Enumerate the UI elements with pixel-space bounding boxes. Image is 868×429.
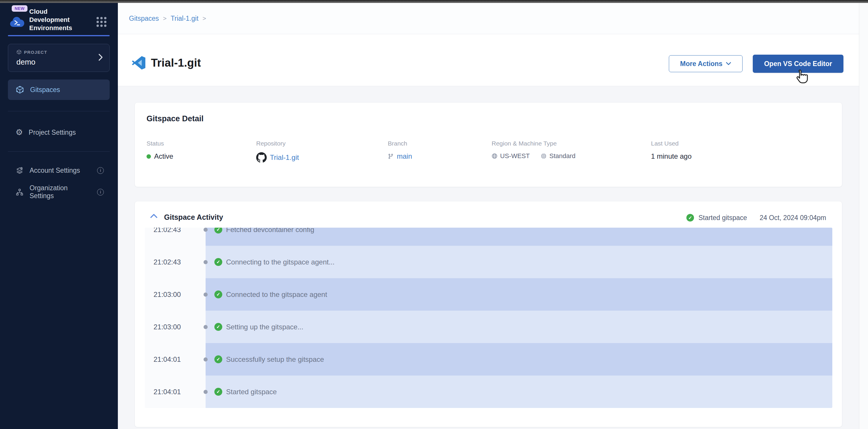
success-check-icon: ✓ (686, 214, 694, 222)
gitspace-activity-card: Gitspace Activity ✓ Started gitspace 24 … (134, 201, 842, 427)
last-used-value: 1 minute ago (651, 152, 692, 160)
sidebar-header: NEW Cloud Development Environments (0, 3, 118, 41)
latest-event-timestamp: 24 Oct, 2024 09:04pm (760, 214, 826, 222)
chevron-right-icon (98, 54, 103, 61)
breadcrumb: Gitspaces > Trial-1.git > (118, 3, 859, 34)
git-branch-icon (388, 154, 394, 159)
log-timestamp: 21:03:00 (145, 311, 206, 343)
timeline-dot-icon (204, 228, 208, 232)
info-icon[interactable]: i (97, 167, 104, 174)
log-row: 21:02:43 ✓ Connecting to the gitspace ag… (145, 246, 832, 278)
timeline-dot-icon (204, 325, 208, 329)
info-icon[interactable]: i (97, 189, 104, 196)
log-message: Successfully setup the gitspace (226, 355, 324, 364)
success-check-icon: ✓ (214, 355, 222, 363)
chevron-down-icon (726, 62, 731, 65)
sidebar-accent-underline (8, 35, 110, 36)
project-cube-icon (17, 50, 22, 55)
app-grid-icon[interactable] (96, 17, 107, 28)
log-message: Fetched devcontainer config (226, 228, 314, 234)
sidebar-divider (8, 111, 110, 111)
sidebar-item-account-settings[interactable]: Account Settings i (8, 160, 110, 180)
product-title: Cloud Development Environments (29, 8, 88, 32)
log-row: 21:03:00 ✓ Setting up the gitspace... (145, 311, 832, 343)
branch-link[interactable]: main (397, 152, 412, 160)
region-value: US-WEST (500, 152, 530, 160)
log-timestamp: 21:04:01 (145, 343, 206, 375)
activity-heading: Gitspace Activity (164, 213, 223, 222)
globe-icon (492, 153, 497, 159)
success-check-icon: ✓ (214, 228, 222, 233)
sidebar-item-label: Account Settings (30, 167, 80, 174)
log-row: 21:04:01 ✓ Started gitspace (145, 375, 832, 408)
project-name: demo (17, 58, 35, 67)
breadcrumb-separator: > (163, 15, 166, 22)
gear-icon: ⚙ (16, 128, 23, 136)
chevron-up-collapse-icon[interactable] (150, 213, 158, 218)
log-timestamp: 21:02:43 (145, 246, 206, 278)
detail-last-used-field: Last Used 1 minute ago (651, 140, 692, 160)
machine-type-value: Standard (549, 152, 575, 160)
detail-branch-field: Branch main (388, 140, 412, 160)
detail-region-field: Region & Machine Type US-WEST (492, 140, 576, 160)
vscode-icon (132, 56, 146, 70)
detail-repository-field: Repository Trial-1.git (256, 140, 299, 163)
status-value: Active (154, 152, 173, 160)
machine-type-chip-icon (541, 153, 547, 159)
log-row: 21:02:43 ✓ Fetched devcontainer config (145, 228, 832, 246)
log-row: 21:03:00 ✓ Connected to the gitspace age… (145, 278, 832, 311)
success-check-icon: ✓ (214, 388, 222, 396)
sidebar-item-label: Project Settings (29, 129, 76, 136)
repository-link[interactable]: Trial-1.git (270, 154, 299, 162)
open-vscode-editor-button[interactable]: Open VS Code Editor (753, 55, 843, 73)
success-check-icon: ✓ (214, 291, 222, 298)
breadcrumb-separator: > (203, 15, 206, 22)
organization-settings-icon (16, 188, 24, 196)
gitspaces-cube-icon (16, 85, 24, 94)
log-message: Connecting to the gitspace agent... (226, 258, 335, 266)
page-content: Gitspace Detail Status Active Repository (118, 86, 859, 429)
timeline-dot-icon (204, 260, 208, 264)
breadcrumb-current-link[interactable]: Trial-1.git (171, 14, 198, 23)
sidebar-item-project-settings[interactable]: ⚙ Project Settings (8, 122, 110, 143)
sidebar-item-organization-settings[interactable]: Organization Settings i (8, 182, 110, 202)
breadcrumb-gitspaces-link[interactable]: Gitspaces (129, 14, 159, 23)
timeline-dot-icon (204, 293, 208, 297)
page-header: Trial-1.git More Actions Open VS Code Ed… (118, 34, 859, 86)
success-check-icon: ✓ (214, 323, 222, 331)
activity-log-viewport[interactable]: 21:02:43 ✓ Fetched devcontainer config 2… (145, 228, 832, 408)
new-badge: NEW (12, 5, 28, 12)
account-settings-icon (16, 166, 24, 174)
sidebar-item-gitspaces[interactable]: Gitspaces (8, 79, 110, 100)
log-message: Setting up the gitspace... (226, 323, 303, 331)
success-check-icon: ✓ (214, 258, 222, 266)
window-scrollbar-gutter[interactable] (859, 3, 868, 429)
status-active-dot-icon (147, 154, 151, 159)
activity-log-list: 21:02:43 ✓ Fetched devcontainer config 2… (145, 228, 832, 408)
detail-heading: Gitspace Detail (147, 114, 204, 123)
log-timestamp: 21:03:00 (145, 278, 206, 311)
log-timestamp: 21:02:43 (145, 228, 206, 246)
sidebar: NEW Cloud Development Environments (0, 3, 118, 429)
project-selector[interactable]: PROJECT demo (8, 44, 110, 72)
main-area: Gitspaces > Trial-1.git > Trial-1.git Mo… (118, 3, 859, 429)
latest-event-text: Started gitspace (699, 214, 747, 222)
cloud-dev-environments-logo-icon (9, 16, 25, 28)
detail-status-field: Status Active (147, 140, 173, 160)
app-window: NEW Cloud Development Environments (0, 0, 868, 429)
gitspace-detail-card: Gitspace Detail Status Active Repository (134, 102, 842, 187)
github-icon (256, 152, 267, 163)
log-message: Connected to the gitspace agent (226, 291, 327, 299)
log-timestamp: 21:04:01 (145, 375, 206, 408)
timeline-dot-icon (204, 390, 208, 394)
log-row: 21:04:01 ✓ Successfully setup the gitspa… (145, 343, 832, 375)
more-actions-button[interactable]: More Actions (669, 55, 743, 72)
log-message: Started gitspace (226, 388, 277, 396)
project-label: PROJECT (24, 50, 47, 55)
timeline-dot-icon (204, 357, 208, 362)
sidebar-item-label: Gitspaces (30, 86, 60, 94)
sidebar-item-label: Organization Settings (30, 184, 91, 200)
window-top-strip (0, 0, 868, 3)
page-title: Trial-1.git (151, 57, 201, 69)
